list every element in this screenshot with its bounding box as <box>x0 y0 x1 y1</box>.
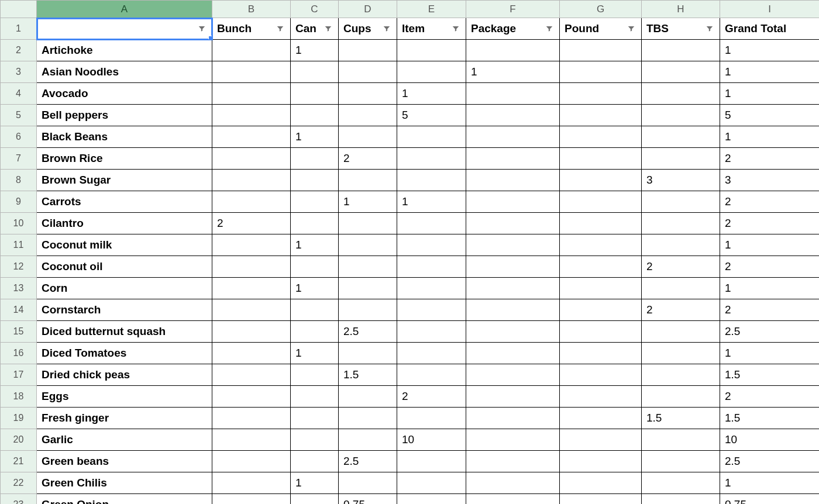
cell-C17[interactable] <box>291 364 339 386</box>
cell-H14[interactable]: 2 <box>642 299 720 321</box>
cell-G4[interactable] <box>560 83 642 105</box>
cell-I10[interactable]: 2 <box>720 213 820 234</box>
cell-G6[interactable] <box>560 126 642 148</box>
cell-I18[interactable]: 2 <box>720 386 820 408</box>
cell-A18[interactable]: Eggs <box>37 386 212 408</box>
cell-H5[interactable] <box>642 105 720 126</box>
row-header-7[interactable]: 7 <box>1 148 37 170</box>
cell-D7[interactable]: 2 <box>339 148 397 170</box>
cell-G12[interactable] <box>560 256 642 278</box>
cell-H12[interactable]: 2 <box>642 256 720 278</box>
cell-B20[interactable] <box>212 429 291 451</box>
cell-H9[interactable] <box>642 191 720 213</box>
cell-G11[interactable] <box>560 234 642 256</box>
cell-E3[interactable] <box>397 61 466 83</box>
cell-H8[interactable]: 3 <box>642 170 720 191</box>
cell-H10[interactable] <box>642 213 720 234</box>
cell-H7[interactable] <box>642 148 720 170</box>
cell-E9[interactable]: 1 <box>397 191 466 213</box>
row-header-23[interactable]: 23 <box>1 494 37 505</box>
cell-A13[interactable]: Corn <box>37 278 212 299</box>
cell-E7[interactable] <box>397 148 466 170</box>
cell-C19[interactable] <box>291 408 339 429</box>
cell-F15[interactable] <box>466 321 560 343</box>
cell-G2[interactable] <box>560 40 642 61</box>
filter-icon[interactable] <box>381 23 392 34</box>
cell-I19[interactable]: 1.5 <box>720 408 820 429</box>
row-header-3[interactable]: 3 <box>1 61 37 83</box>
cell-F9[interactable] <box>466 191 560 213</box>
cell-C4[interactable] <box>291 83 339 105</box>
cell-F11[interactable] <box>466 234 560 256</box>
cell-G20[interactable] <box>560 429 642 451</box>
filter-icon[interactable] <box>275 23 285 34</box>
row-header-18[interactable]: 18 <box>1 386 37 408</box>
cell-I3[interactable]: 1 <box>720 61 820 83</box>
cell-F6[interactable] <box>466 126 560 148</box>
row-header-19[interactable]: 19 <box>1 408 37 429</box>
cell-H11[interactable] <box>642 234 720 256</box>
row-header-22[interactable]: 22 <box>1 472 37 494</box>
row-header-4[interactable]: 4 <box>1 83 37 105</box>
cell-D11[interactable] <box>339 234 397 256</box>
cell-A19[interactable]: Fresh ginger <box>37 408 212 429</box>
cell-I2[interactable]: 1 <box>720 40 820 61</box>
cell-E11[interactable] <box>397 234 466 256</box>
cell-F12[interactable] <box>466 256 560 278</box>
cell-C18[interactable] <box>291 386 339 408</box>
cell-D13[interactable] <box>339 278 397 299</box>
cell-E23[interactable] <box>397 494 466 505</box>
cell-B18[interactable] <box>212 386 291 408</box>
cell-F1[interactable]: Package <box>466 18 560 40</box>
cell-A17[interactable]: Dried chick peas <box>37 364 212 386</box>
cell-H18[interactable] <box>642 386 720 408</box>
cell-E1[interactable]: Item <box>397 18 466 40</box>
cell-G9[interactable] <box>560 191 642 213</box>
cell-I8[interactable]: 3 <box>720 170 820 191</box>
cell-I20[interactable]: 10 <box>720 429 820 451</box>
cell-C7[interactable] <box>291 148 339 170</box>
cell-G8[interactable] <box>560 170 642 191</box>
cell-D14[interactable] <box>339 299 397 321</box>
cell-E20[interactable]: 10 <box>397 429 466 451</box>
cell-H4[interactable] <box>642 83 720 105</box>
cell-A21[interactable]: Green beans <box>37 451 212 472</box>
cell-D15[interactable]: 2.5 <box>339 321 397 343</box>
cell-E17[interactable] <box>397 364 466 386</box>
cell-E2[interactable] <box>397 40 466 61</box>
cell-A20[interactable]: Garlic <box>37 429 212 451</box>
cell-F21[interactable] <box>466 451 560 472</box>
cell-C2[interactable]: 1 <box>291 40 339 61</box>
cell-E18[interactable]: 2 <box>397 386 466 408</box>
cell-G1[interactable]: Pound <box>560 18 642 40</box>
cell-D6[interactable] <box>339 126 397 148</box>
cell-H20[interactable] <box>642 429 720 451</box>
cell-H23[interactable] <box>642 494 720 505</box>
cell-A6[interactable]: Black Beans <box>37 126 212 148</box>
cell-B19[interactable] <box>212 408 291 429</box>
cell-I13[interactable]: 1 <box>720 278 820 299</box>
cell-C22[interactable]: 1 <box>291 472 339 494</box>
cell-D23[interactable]: 0.75 <box>339 494 397 505</box>
cell-C3[interactable] <box>291 61 339 83</box>
cell-G7[interactable] <box>560 148 642 170</box>
cell-B21[interactable] <box>212 451 291 472</box>
spreadsheet[interactable]: A B C D E F G H I 1 Bunch Can Cups <box>0 0 819 504</box>
cell-E22[interactable] <box>397 472 466 494</box>
cell-B7[interactable] <box>212 148 291 170</box>
cell-A7[interactable]: Brown Rice <box>37 148 212 170</box>
cell-F20[interactable] <box>466 429 560 451</box>
row-header-21[interactable]: 21 <box>1 451 37 472</box>
cell-B1[interactable]: Bunch <box>212 18 291 40</box>
column-header-G[interactable]: G <box>560 1 642 18</box>
row-header-13[interactable]: 13 <box>1 278 37 299</box>
row-header-2[interactable]: 2 <box>1 40 37 61</box>
cell-G5[interactable] <box>560 105 642 126</box>
filter-icon[interactable] <box>323 23 333 34</box>
cell-B3[interactable] <box>212 61 291 83</box>
filter-icon[interactable] <box>704 23 715 34</box>
cell-C10[interactable] <box>291 213 339 234</box>
cell-I6[interactable]: 1 <box>720 126 820 148</box>
cell-I14[interactable]: 2 <box>720 299 820 321</box>
filter-icon[interactable] <box>626 23 636 34</box>
